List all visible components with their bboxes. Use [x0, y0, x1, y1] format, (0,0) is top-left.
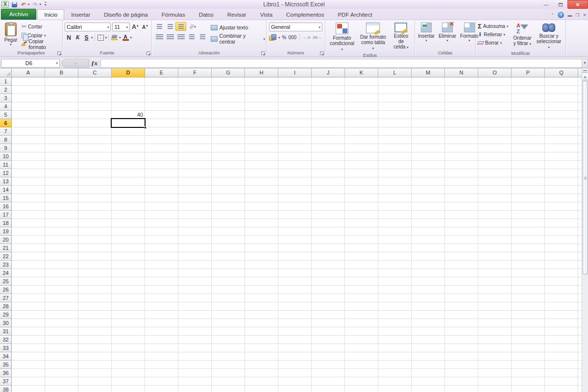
row-header-21[interactable]: 21: [0, 244, 12, 252]
sort-filter-button[interactable]: AZ Ordenary filtrar ▾: [512, 21, 534, 50]
cell-D3[interactable]: [112, 94, 145, 102]
cell-M16[interactable]: [412, 202, 445, 211]
cell-K23[interactable]: [345, 261, 378, 269]
cell-O38[interactable]: [478, 386, 512, 392]
cell-B19[interactable]: [45, 227, 78, 236]
row-header-25[interactable]: 25: [0, 277, 12, 286]
cell-E21[interactable]: [145, 244, 178, 252]
cell-P13[interactable]: [512, 177, 545, 186]
cell-A4[interactable]: [12, 102, 45, 111]
cell-N14[interactable]: [445, 186, 478, 194]
cell-J18[interactable]: [312, 219, 345, 227]
dropdown-arrow-icon[interactable]: ▾: [468, 39, 470, 42]
cell-I25[interactable]: [278, 277, 312, 286]
cell-C37[interactable]: [78, 377, 112, 386]
cell-Q24[interactable]: [545, 269, 578, 277]
cell-P23[interactable]: [512, 261, 545, 269]
cell-Q2[interactable]: [545, 86, 578, 94]
cell-J26[interactable]: [312, 286, 345, 294]
cell-I20[interactable]: [278, 236, 312, 244]
cell-G3[interactable]: [212, 94, 245, 102]
cell-N9[interactable]: [445, 144, 478, 152]
row-header-18[interactable]: 18: [0, 219, 12, 227]
cell-P19[interactable]: [512, 227, 545, 236]
cell-H24[interactable]: [245, 269, 278, 277]
tab-inicio[interactable]: Inicio: [37, 9, 64, 20]
cell-Q16[interactable]: [545, 202, 578, 211]
tab-archivo[interactable]: Archivo: [1, 9, 36, 20]
cell-E15[interactable]: [145, 194, 178, 202]
dropdown-arrow-icon[interactable]: ▾: [263, 37, 265, 41]
cell-O21[interactable]: [478, 244, 512, 252]
cell-A11[interactable]: [12, 161, 45, 169]
cell-G14[interactable]: [212, 186, 245, 194]
cell-J14[interactable]: [312, 186, 345, 194]
restore-button[interactable]: [553, 0, 567, 9]
cell-C25[interactable]: [78, 277, 112, 286]
cell-K2[interactable]: [345, 86, 378, 94]
row-header-34[interactable]: 34: [0, 352, 12, 361]
vertical-scrollbar[interactable]: ▲: [582, 69, 588, 392]
row-header-1[interactable]: 1: [0, 77, 12, 86]
cell-Q6[interactable]: [545, 119, 578, 127]
column-header-M[interactable]: M: [412, 69, 445, 77]
cell-B31[interactable]: [45, 327, 78, 336]
cell-Q10[interactable]: [545, 152, 578, 161]
cell-A13[interactable]: [12, 177, 45, 186]
cell-I28[interactable]: [278, 302, 312, 311]
row-header-22[interactable]: 22: [0, 252, 12, 261]
cell-M15[interactable]: [412, 194, 445, 202]
cell-O28[interactable]: [478, 302, 512, 311]
row-header-37[interactable]: 37: [0, 377, 12, 386]
cell-H5[interactable]: [245, 111, 278, 119]
cell-I36[interactable]: [278, 369, 312, 377]
column-header-G[interactable]: G: [212, 69, 245, 77]
cell-H11[interactable]: [245, 161, 278, 169]
cell-I37[interactable]: [278, 377, 312, 386]
cell-M8[interactable]: [412, 136, 445, 144]
cell-J7[interactable]: [312, 127, 345, 136]
cell-A1[interactable]: [12, 77, 45, 86]
cell-H35[interactable]: [245, 361, 278, 369]
cell-L27[interactable]: [378, 294, 412, 302]
cell-D36[interactable]: [112, 369, 145, 377]
cell-E28[interactable]: [145, 302, 178, 311]
cell-E6[interactable]: [145, 119, 178, 127]
cell-D34[interactable]: [112, 352, 145, 361]
cell-D17[interactable]: [112, 211, 145, 219]
cell-K38[interactable]: [345, 386, 378, 392]
cell-Q5[interactable]: [545, 111, 578, 119]
alignment-dialog-launcher-icon[interactable]: [261, 51, 265, 55]
cell-styles-button[interactable]: Estilos decelda ▾: [389, 21, 414, 52]
cell-A3[interactable]: [12, 94, 45, 102]
cell-D37[interactable]: [112, 377, 145, 386]
cell-M34[interactable]: [412, 352, 445, 361]
cell-L16[interactable]: [378, 202, 412, 211]
row-header-17[interactable]: 17: [0, 211, 12, 219]
cell-I18[interactable]: [278, 219, 312, 227]
close-button[interactable]: ✕: [567, 0, 588, 9]
tab-diseño-de-página[interactable]: Diseño de página: [97, 9, 155, 20]
cell-O5[interactable]: [478, 111, 512, 119]
cell-J29[interactable]: [312, 311, 345, 319]
cell-J12[interactable]: [312, 169, 345, 177]
cell-F30[interactable]: [178, 319, 212, 327]
cell-M19[interactable]: [412, 227, 445, 236]
cell-N35[interactable]: [445, 361, 478, 369]
row-header-38[interactable]: 38: [0, 386, 12, 392]
redo-button[interactable]: ↷: [31, 1, 39, 8]
cell-D32[interactable]: [112, 336, 145, 344]
cell-P32[interactable]: [512, 336, 545, 344]
autosum-button[interactable]: Σ Autosuma▾: [478, 22, 511, 30]
cell-I35[interactable]: [278, 361, 312, 369]
cell-H3[interactable]: [245, 94, 278, 102]
row-header-9[interactable]: 9: [0, 144, 12, 152]
cell-B35[interactable]: [45, 361, 78, 369]
cell-L8[interactable]: [378, 136, 412, 144]
underline-button[interactable]: S: [82, 33, 91, 42]
cell-H12[interactable]: [245, 169, 278, 177]
cell-O19[interactable]: [478, 227, 512, 236]
cell-C38[interactable]: [78, 386, 112, 392]
cell-E16[interactable]: [145, 202, 178, 211]
cell-P2[interactable]: [512, 86, 545, 94]
